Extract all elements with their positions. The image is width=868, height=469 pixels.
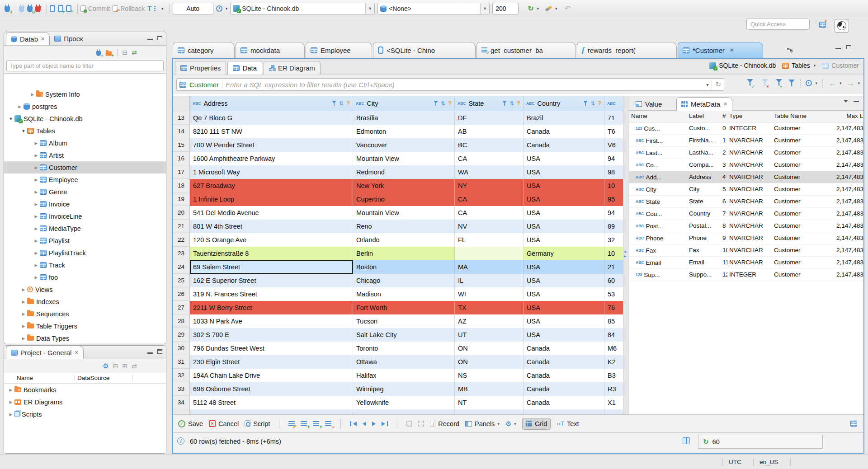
cell-city[interactable]: Reno — [353, 220, 455, 233]
db-perspective-icon[interactable]: ✦ — [819, 22, 826, 28]
column-header-city[interactable]: ABCCity⇅? — [353, 96, 455, 111]
row-number[interactable]: 23 — [173, 247, 190, 260]
cell-state[interactable]: NY — [455, 179, 524, 192]
dropdown-arrow-icon[interactable]: ▾ — [814, 63, 816, 68]
expand-arrow-icon[interactable]: ▶ — [20, 324, 27, 328]
sort-icon[interactable]: ⇅ — [339, 100, 344, 107]
cell-address[interactable]: 627 Broadway — [190, 179, 353, 192]
cell-city[interactable]: Mountain View — [353, 206, 455, 220]
metadata-row-suppo[interactable]: 123Sup...Suppo...12INTEGERCustomer2,147,… — [629, 269, 863, 281]
tree-item-postgres[interactable]: ▶postgres — [4, 100, 166, 113]
tree-item-track[interactable]: ▶Track — [4, 259, 166, 271]
metadata-row-compa[interactable]: ABCCo...Compa...3NVARCHARCustomer2,147,4… — [629, 159, 863, 171]
cell-country[interactable]: USA — [524, 260, 604, 274]
settings-button[interactable]: ⚙▾ — [505, 420, 516, 428]
grid-mode-button[interactable]: Grid — [522, 418, 551, 430]
filter-icon[interactable] — [583, 101, 588, 106]
close-icon[interactable]: ✕ — [41, 36, 45, 42]
filter-icon[interactable] — [332, 101, 336, 106]
fetch-next-page-icon[interactable] — [406, 421, 412, 427]
expand-arrow-icon[interactable]: ▶ — [33, 165, 39, 170]
metadata-column-label[interactable]: Label — [687, 111, 721, 122]
cell-country[interactable]: USA — [524, 206, 604, 220]
cell-postal[interactable]: M6 — [604, 342, 623, 355]
expand-all-icon[interactable]: ⊞ — [123, 362, 128, 370]
cell-country[interactable]: USA — [524, 220, 604, 233]
cell-address[interactable]: 5112 48 Street — [190, 396, 353, 409]
cell-state[interactable] — [455, 247, 524, 260]
project-item-scripts[interactable]: ▶Scripts — [4, 408, 166, 420]
cell-country[interactable]: USA — [524, 179, 604, 192]
record-mode-button[interactable]: Record — [430, 420, 459, 427]
filter-icon[interactable] — [434, 101, 438, 106]
breadcrumb-item-customer[interactable]: Customer — [822, 62, 859, 69]
remove-filter-icon[interactable]: × — [762, 79, 771, 87]
back-arrow-button[interactable]: ←▾ — [828, 80, 842, 87]
metadata-row-lastna[interactable]: ABCLast...LastNa...2NVARCHARCustomer2,14… — [629, 147, 863, 159]
expand-arrow-icon[interactable]: ▶ — [33, 263, 39, 267]
cell-address[interactable]: Tauentzienstraße 8 — [190, 247, 353, 260]
close-icon[interactable]: ✕ — [74, 350, 78, 356]
cell-postal[interactable]: B3 — [604, 369, 623, 382]
cell-city[interactable]: Yellowknife — [353, 396, 455, 409]
delete-row-icon[interactable]: − — [325, 421, 331, 427]
metadata-row-address[interactable]: ABCAdd...Address4NVARCHARCustomer2,147,4… — [629, 171, 863, 183]
expand-arrow-icon[interactable]: ▶ — [33, 141, 39, 145]
row-number[interactable]: 22 — [173, 233, 190, 247]
cell-country[interactable]: USA — [524, 287, 604, 301]
cell-postal[interactable]: 98 — [604, 165, 623, 179]
metadata-column-type[interactable]: Type — [727, 111, 772, 122]
maximize-icon[interactable] — [846, 45, 851, 49]
auto-refresh-timer-button[interactable]: ▾ — [806, 80, 817, 86]
cell-postal[interactable]: 94 — [604, 206, 623, 220]
cell-postal[interactable]: 89 — [604, 220, 623, 233]
cell-country[interactable]: USA — [524, 314, 604, 328]
cell-state[interactable]: ON — [455, 355, 524, 369]
cell-state[interactable]: MB — [455, 382, 524, 396]
metadata-row-postal[interactable]: ABCPost...Postal...8NVARCHARCustomer2,14… — [629, 220, 863, 232]
panels-button[interactable]: Panels▾ — [465, 420, 500, 427]
new-sql-editor-icon[interactable]: + — [66, 5, 71, 12]
editor-tab-employee[interactable]: Employee — [306, 42, 372, 58]
timezone-indicator[interactable]: UTC — [729, 459, 741, 465]
cell-address[interactable]: 541 Del Medio Avenue — [190, 206, 353, 220]
collapse-all-icon[interactable]: ⊟ — [113, 362, 118, 370]
cell-address[interactable]: 1033 N Park Ave — [190, 314, 353, 328]
schema-selector[interactable]: <None> ▼ — [377, 3, 490, 14]
cell-city[interactable]: Mountain View — [353, 152, 455, 165]
fetch-size-input[interactable] — [492, 3, 519, 14]
metadata-row-email[interactable]: ABCEmailEmail11NVARCHARCustomer2,147,483 — [629, 257, 863, 269]
cell-country[interactable]: Germany — [524, 247, 604, 260]
cell-city[interactable]: Boston — [353, 260, 455, 274]
cell-state[interactable]: WI — [455, 287, 524, 301]
cell-address[interactable]: 194A Chain Lake Drive — [190, 369, 353, 382]
tree-item-customer[interactable]: ▶Customer — [4, 161, 166, 174]
subtab-er-diagram[interactable]: ER Diagram — [264, 61, 321, 75]
fetch-all-rows-icon[interactable] — [418, 421, 424, 427]
cell-city[interactable]: Vancouver — [353, 138, 455, 152]
cell-city[interactable]: Orlando — [353, 233, 455, 247]
row-number[interactable]: 21 — [173, 220, 190, 233]
cell-country[interactable]: USA — [524, 233, 604, 247]
row-number[interactable]: 25 — [173, 274, 190, 287]
row-number[interactable]: 31 — [173, 355, 190, 369]
cell-postal[interactable]: K2 — [604, 355, 623, 369]
forward-arrow-button[interactable]: →▾ — [846, 80, 860, 87]
cell-postal[interactable]: 10 — [604, 179, 623, 192]
expand-arrow-icon[interactable]: ▶ — [33, 202, 39, 206]
metadata-column-table-name[interactable]: Table Name — [772, 111, 818, 122]
sort-icon[interactable]: ⇅ — [509, 100, 514, 107]
cell-address[interactable]: 1 Microsoft Way — [190, 165, 353, 179]
tree-item-mediatype[interactable]: ▶MediaType — [4, 222, 166, 234]
sort-hint-icon[interactable]: ? — [448, 100, 452, 107]
expand-arrow-icon[interactable]: ▶ — [33, 178, 39, 182]
expand-arrow-icon[interactable]: ▶ — [33, 275, 39, 280]
cell-city[interactable]: New York — [353, 179, 455, 192]
expand-arrow-icon[interactable]: ▶ — [33, 153, 39, 158]
auto-commit-button[interactable]: Auto — [173, 3, 213, 14]
new-connection-icon[interactable]: + — [96, 51, 100, 56]
cell-country[interactable]: USA — [524, 274, 604, 287]
next-row-button[interactable] — [372, 422, 376, 426]
editor-tab-sqlite-chino[interactable]: <SQLite - Chino — [373, 42, 476, 58]
expand-arrow-icon[interactable]: ▶ — [8, 400, 14, 404]
